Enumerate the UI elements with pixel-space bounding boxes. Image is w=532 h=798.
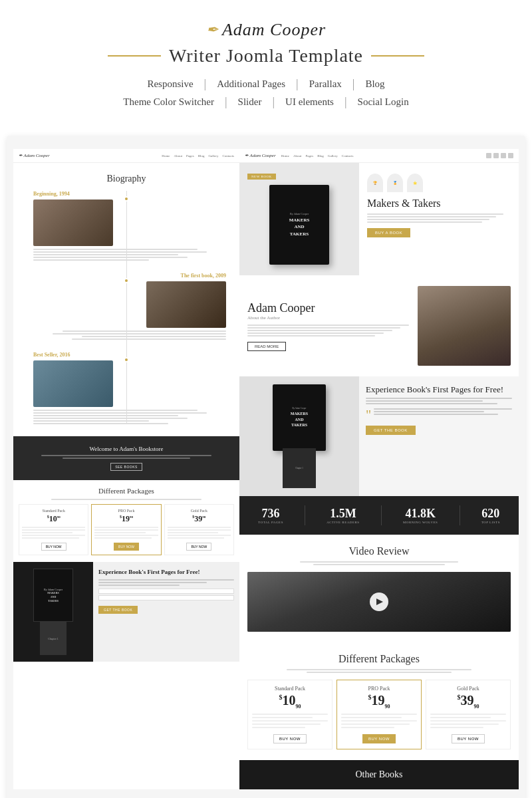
left-pkg-pro-btn[interactable]: BUY NOW: [114, 543, 139, 551]
right-packages-desc: [247, 669, 511, 673]
timeline-item-2: The first book, 2009: [33, 273, 226, 340]
right-pkg-pro-features: [341, 714, 417, 728]
timeline-dot-3: [124, 357, 129, 362]
quote-mark: ": [366, 408, 371, 422]
stat-number-pages: 736: [258, 507, 283, 521]
right-pkg-pro-price: $1990: [341, 693, 417, 710]
author-section: Adam Cooper About the Author READ MORE: [239, 275, 519, 376]
timeline-dot-2: [124, 278, 129, 283]
right-nav-gallery: Gallery: [328, 154, 338, 158]
left-pkg-pro-name: PRO Pack: [94, 509, 158, 513]
right-pkg-pro: PRO Pack $1990 BUY NOW: [336, 680, 422, 749]
stat-lists: 620 TOP LISTS: [481, 507, 500, 524]
right-pkg-gold-btn[interactable]: BUY NOW: [452, 734, 485, 743]
stat-label-lists: TOP LISTS: [481, 521, 500, 524]
stat-number-readers: 1.5M: [327, 507, 359, 521]
timeline-item-3: Best Seller, 2016: [33, 352, 226, 424]
biography-title: Biography: [13, 163, 239, 191]
stat-label-wolves: MORNING WOLVES: [403, 521, 438, 524]
right-nav-logo: ✒ Adam Cooper: [245, 153, 276, 158]
right-pkg-standard-features: [252, 714, 328, 728]
left-pkg-pro-price: $1990: [94, 514, 158, 524]
divider-line-right: [371, 55, 424, 57]
hero-section: NEW BOOK By Adam Cooper MAKERSANDTAKERS …: [239, 163, 519, 275]
get-free-btn[interactable]: GET THE BOOK: [366, 426, 416, 435]
timeline-text-2: [33, 331, 226, 340]
get-the-book-btn[interactable]: GET THE BOOK: [98, 606, 138, 614]
right-nav-pages: Pages: [305, 154, 313, 158]
stat-divider-2: [381, 505, 382, 525]
buy-a-book-btn[interactable]: BUY A BOOK: [367, 228, 410, 237]
right-packages-row: Standard Pack $1090 BUY NOW PRO: [247, 680, 511, 749]
see-books-button[interactable]: SEE BOOKS: [110, 463, 142, 471]
left-nav: ✒ Adam Cooper Home About Pages Blog Gall…: [13, 149, 239, 163]
stat-readers: 1.5M ACTIVE READERS: [327, 507, 359, 524]
left-pkg-gold-btn[interactable]: BUY NOW: [186, 543, 211, 551]
right-nav-contacts: Contacts: [342, 154, 354, 158]
left-preview-col: ✒ Adam Cooper Home About Pages Blog Gall…: [13, 149, 239, 789]
video-thumbnail[interactable]: [247, 572, 511, 632]
free-title: Experience Book's First Pages for Free!: [366, 384, 512, 395]
left-packages-title: Different Packages: [19, 487, 234, 495]
hero-book-cover: By Adam Cooper MAKERSANDTAKERS: [269, 185, 329, 265]
preview-container: ✒ Adam Cooper Home About Pages Blog Gall…: [7, 136, 525, 798]
feature-parallax: Parallax: [299, 78, 352, 90]
logo-text: Adam Cooper: [222, 20, 326, 40]
stat-label-readers: ACTIVE READERS: [327, 521, 359, 524]
right-pkg-pro-btn[interactable]: BUY NOW: [362, 734, 396, 743]
timeline-year-3: Best Seller, 2016: [33, 352, 226, 358]
timeline-text-1: [33, 249, 226, 261]
play-triangle-icon: [376, 598, 383, 605]
timeline-year-1: Beginning, 1994: [33, 191, 226, 197]
right-pkg-standard-btn[interactable]: BUY NOW: [273, 734, 307, 743]
other-books-section: Other Books: [239, 760, 519, 789]
timeline-item-1: Beginning, 1994: [33, 191, 226, 261]
read-more-btn[interactable]: READ MORE: [247, 342, 286, 351]
award-icons-row: 🏆 🏅 ⭐: [367, 174, 511, 192]
video-section: Video Review: [239, 535, 519, 642]
features-row-2: Theme Color Switcher | Slider | UI eleme…: [13, 95, 519, 109]
feature-blog: Blog: [354, 78, 395, 90]
left-nav-blog: Blog: [198, 154, 205, 158]
bookstore-text-lines: [20, 455, 233, 459]
right-nav-blog: Blog: [317, 154, 324, 158]
free-book-area: By Adam Cooper MAKERSANDTAKERS Chapter 1: [239, 376, 359, 496]
right-pkg-standard-name: Standard Pack: [252, 686, 328, 692]
social-icon-4: [508, 153, 513, 158]
stat-label-pages: TOTAL PAGES: [258, 521, 283, 524]
timeline-text-3: [33, 410, 226, 424]
right-nav-home: Home: [281, 154, 289, 158]
left-nav-gallery: Gallery: [209, 154, 219, 158]
quote-text-lines: [374, 408, 512, 422]
hero-book-area: NEW BOOK By Adam Cooper MAKERSANDTAKERS: [239, 163, 359, 275]
left-pkg-standard-btn[interactable]: BUY NOW: [41, 543, 66, 551]
timeline-year-2: The first book, 2009: [33, 273, 226, 279]
video-section-title: Video Review: [247, 545, 511, 557]
free-book-text: MAKERSANDTAKERS: [291, 411, 308, 428]
video-play-button[interactable]: [370, 593, 388, 611]
left-packages-row: Standard Pack $1090 BUY NOW PRO: [19, 504, 234, 555]
right-packages-section: Different Packages Standard Pack $1090: [239, 642, 519, 760]
divider-line-left: [108, 55, 161, 57]
hero-book-author: By Adam Cooper: [290, 212, 309, 215]
header-subtitle: Writer Joomla Template: [169, 45, 363, 66]
right-social-icons: [486, 153, 513, 158]
left-pkg-gold: Gold Pack $3990 BUY NOW: [164, 504, 234, 555]
logo-area: ✒ Adam Cooper: [13, 20, 519, 40]
stat-divider-3: [460, 505, 460, 525]
award-icon-3: ⭐: [407, 174, 423, 192]
left-nav-home: Home: [162, 154, 170, 158]
social-icon-2: [493, 153, 499, 158]
book-cover-small: By Adam CooperMAKERSANDTAKERS: [33, 569, 73, 622]
right-pkg-gold-features: [430, 714, 506, 728]
free-book-stack: By Adam Cooper MAKERSANDTAKERS Chapter 1: [273, 384, 326, 488]
book-cover-text: By Adam CooperMAKERSANDTAKERS: [44, 588, 63, 602]
free-section: By Adam Cooper MAKERSANDTAKERS Chapter 1…: [239, 376, 519, 496]
free-desc-lines: [366, 398, 512, 404]
left-nav-pages: Pages: [186, 154, 194, 158]
free-book-main: By Adam Cooper MAKERSANDTAKERS: [273, 384, 326, 451]
left-nav-logo: ✒ Adam Cooper: [19, 153, 50, 158]
right-nav: ✒ Adam Cooper Home About Pages Blog Gall…: [239, 149, 519, 163]
author-desc-lines: [247, 325, 418, 336]
left-pkg-pro: PRO Pack $1990 BUY NOW: [91, 504, 161, 555]
